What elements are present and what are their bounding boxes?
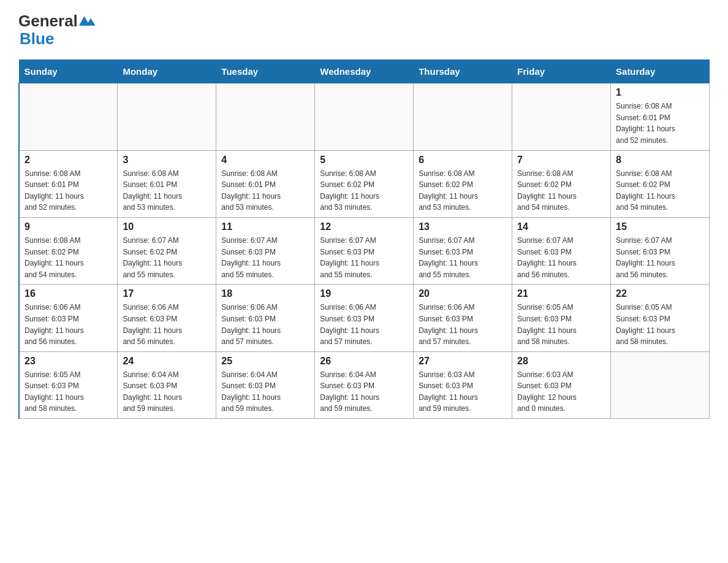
- day-info: Sunrise: 6:07 AMSunset: 6:02 PMDaylight:…: [123, 235, 211, 280]
- calendar-day-cell: 6Sunrise: 6:08 AMSunset: 6:02 PMDaylight…: [414, 150, 512, 217]
- day-info: Sunrise: 6:05 AMSunset: 6:03 PMDaylight:…: [517, 302, 605, 347]
- day-info: Sunrise: 6:04 AMSunset: 6:03 PMDaylight:…: [123, 369, 211, 415]
- weekday-header-thursday: Thursday: [414, 60, 512, 83]
- calendar-day-cell: 20Sunrise: 6:06 AMSunset: 6:03 PMDayligh…: [414, 285, 512, 351]
- day-number: 11: [221, 221, 309, 232]
- day-number: 27: [419, 356, 507, 367]
- day-number: 22: [616, 288, 704, 299]
- day-info: Sunrise: 6:08 AMSunset: 6:02 PMDaylight:…: [517, 168, 605, 213]
- calendar-day-cell: [19, 83, 118, 150]
- calendar-day-cell: [414, 83, 512, 150]
- calendar-day-cell: 4Sunrise: 6:08 AMSunset: 6:01 PMDaylight…: [216, 150, 315, 217]
- day-number: 12: [320, 221, 408, 232]
- calendar-week-row: 1Sunrise: 6:08 AMSunset: 6:01 PMDaylight…: [19, 83, 710, 150]
- weekday-header-monday: Monday: [118, 60, 216, 83]
- calendar-day-cell: 18Sunrise: 6:06 AMSunset: 6:03 PMDayligh…: [216, 285, 315, 351]
- day-number: 24: [123, 356, 211, 367]
- day-number: 20: [419, 288, 507, 299]
- weekday-header-wednesday: Wednesday: [315, 60, 414, 83]
- day-number: 3: [123, 155, 211, 166]
- day-info: Sunrise: 6:07 AMSunset: 6:03 PMDaylight:…: [616, 235, 704, 280]
- day-info: Sunrise: 6:08 AMSunset: 6:01 PMDaylight:…: [221, 168, 309, 213]
- weekday-header-friday: Friday: [512, 60, 611, 83]
- day-number: 5: [320, 155, 408, 166]
- day-number: 15: [616, 221, 704, 232]
- day-number: 1: [616, 87, 704, 98]
- day-info: Sunrise: 6:03 AMSunset: 6:03 PMDaylight:…: [419, 369, 507, 415]
- logo-wordmark: General Blue: [18, 12, 95, 47]
- day-info: Sunrise: 6:06 AMSunset: 6:03 PMDaylight:…: [123, 302, 211, 347]
- weekday-header-tuesday: Tuesday: [216, 60, 315, 83]
- day-number: 13: [419, 221, 507, 232]
- day-info: Sunrise: 6:05 AMSunset: 6:03 PMDaylight:…: [616, 302, 704, 347]
- day-number: 10: [123, 221, 211, 232]
- day-number: 19: [320, 288, 408, 299]
- calendar-day-cell: 3Sunrise: 6:08 AMSunset: 6:01 PMDaylight…: [118, 150, 216, 217]
- calendar-day-cell: 11Sunrise: 6:07 AMSunset: 6:03 PMDayligh…: [216, 217, 315, 284]
- logo-blue-text: Blue: [20, 29, 54, 48]
- calendar-day-cell: 19Sunrise: 6:06 AMSunset: 6:03 PMDayligh…: [315, 285, 414, 351]
- day-info: Sunrise: 6:08 AMSunset: 6:02 PMDaylight:…: [419, 168, 507, 213]
- day-number: 21: [517, 288, 605, 299]
- day-number: 25: [221, 356, 309, 367]
- day-number: 8: [616, 155, 704, 166]
- calendar-day-cell: 12Sunrise: 6:07 AMSunset: 6:03 PMDayligh…: [315, 217, 414, 284]
- calendar-week-row: 2Sunrise: 6:08 AMSunset: 6:01 PMDaylight…: [19, 150, 710, 217]
- day-number: 28: [517, 356, 605, 367]
- calendar-day-cell: 16Sunrise: 6:06 AMSunset: 6:03 PMDayligh…: [19, 285, 118, 351]
- day-info: Sunrise: 6:07 AMSunset: 6:03 PMDaylight:…: [419, 235, 507, 280]
- calendar-day-cell: 10Sunrise: 6:07 AMSunset: 6:02 PMDayligh…: [118, 217, 216, 284]
- day-info: Sunrise: 6:08 AMSunset: 6:02 PMDaylight:…: [25, 235, 112, 280]
- calendar-day-cell: 15Sunrise: 6:07 AMSunset: 6:03 PMDayligh…: [611, 217, 710, 284]
- calendar-day-cell: [512, 83, 611, 150]
- calendar-day-cell: 25Sunrise: 6:04 AMSunset: 6:03 PMDayligh…: [216, 351, 315, 418]
- calendar-day-cell: 17Sunrise: 6:06 AMSunset: 6:03 PMDayligh…: [118, 285, 216, 351]
- calendar-week-row: 16Sunrise: 6:06 AMSunset: 6:03 PMDayligh…: [19, 285, 710, 351]
- calendar-day-cell: 7Sunrise: 6:08 AMSunset: 6:02 PMDaylight…: [512, 150, 611, 217]
- day-info: Sunrise: 6:04 AMSunset: 6:03 PMDaylight:…: [320, 369, 408, 415]
- calendar-day-cell: 5Sunrise: 6:08 AMSunset: 6:02 PMDaylight…: [315, 150, 414, 217]
- calendar-day-cell: 2Sunrise: 6:08 AMSunset: 6:01 PMDaylight…: [19, 150, 118, 217]
- calendar-week-row: 23Sunrise: 6:05 AMSunset: 6:03 PMDayligh…: [19, 351, 710, 418]
- day-info: Sunrise: 6:08 AMSunset: 6:02 PMDaylight:…: [616, 168, 704, 213]
- day-number: 6: [419, 155, 507, 166]
- day-number: 7: [517, 155, 605, 166]
- day-info: Sunrise: 6:07 AMSunset: 6:03 PMDaylight:…: [517, 235, 605, 280]
- logo: General Blue: [18, 12, 95, 47]
- logo-icon: [79, 13, 95, 29]
- weekday-header-sunday: Sunday: [19, 60, 118, 83]
- day-info: Sunrise: 6:08 AMSunset: 6:02 PMDaylight:…: [320, 168, 408, 213]
- calendar-day-cell: 13Sunrise: 6:07 AMSunset: 6:03 PMDayligh…: [414, 217, 512, 284]
- day-info: Sunrise: 6:05 AMSunset: 6:03 PMDaylight:…: [25, 369, 112, 415]
- calendar-table: SundayMondayTuesdayWednesdayThursdayFrid…: [18, 59, 710, 419]
- calendar-day-cell: 8Sunrise: 6:08 AMSunset: 6:02 PMDaylight…: [611, 150, 710, 217]
- calendar-day-cell: 21Sunrise: 6:05 AMSunset: 6:03 PMDayligh…: [512, 285, 611, 351]
- calendar-day-cell: 23Sunrise: 6:05 AMSunset: 6:03 PMDayligh…: [19, 351, 118, 418]
- calendar-day-cell: 27Sunrise: 6:03 AMSunset: 6:03 PMDayligh…: [414, 351, 512, 418]
- weekday-header-row: SundayMondayTuesdayWednesdayThursdayFrid…: [19, 60, 710, 83]
- day-number: 23: [25, 356, 112, 367]
- calendar-day-cell: 9Sunrise: 6:08 AMSunset: 6:02 PMDaylight…: [19, 217, 118, 284]
- day-info: Sunrise: 6:07 AMSunset: 6:03 PMDaylight:…: [221, 235, 309, 280]
- day-number: 9: [25, 221, 112, 232]
- day-info: Sunrise: 6:06 AMSunset: 6:03 PMDaylight:…: [25, 302, 112, 347]
- weekday-header-saturday: Saturday: [611, 60, 710, 83]
- calendar-day-cell: [611, 351, 710, 418]
- calendar-day-cell: 14Sunrise: 6:07 AMSunset: 6:03 PMDayligh…: [512, 217, 611, 284]
- day-info: Sunrise: 6:08 AMSunset: 6:01 PMDaylight:…: [25, 168, 112, 213]
- day-number: 26: [320, 356, 408, 367]
- day-number: 18: [221, 288, 309, 299]
- day-number: 4: [221, 155, 309, 166]
- day-info: Sunrise: 6:06 AMSunset: 6:03 PMDaylight:…: [320, 302, 408, 347]
- day-info: Sunrise: 6:08 AMSunset: 6:01 PMDaylight:…: [123, 168, 211, 213]
- day-info: Sunrise: 6:03 AMSunset: 6:03 PMDaylight:…: [517, 369, 605, 415]
- day-number: 16: [25, 288, 112, 299]
- day-number: 17: [123, 288, 211, 299]
- calendar-day-cell: 26Sunrise: 6:04 AMSunset: 6:03 PMDayligh…: [315, 351, 414, 418]
- calendar-day-cell: 1Sunrise: 6:08 AMSunset: 6:01 PMDaylight…: [611, 83, 710, 150]
- day-info: Sunrise: 6:07 AMSunset: 6:03 PMDaylight:…: [320, 235, 408, 280]
- day-info: Sunrise: 6:06 AMSunset: 6:03 PMDaylight:…: [419, 302, 507, 347]
- calendar-day-cell: 28Sunrise: 6:03 AMSunset: 6:03 PMDayligh…: [512, 351, 611, 418]
- day-number: 2: [25, 155, 112, 166]
- calendar-day-cell: 24Sunrise: 6:04 AMSunset: 6:03 PMDayligh…: [118, 351, 216, 418]
